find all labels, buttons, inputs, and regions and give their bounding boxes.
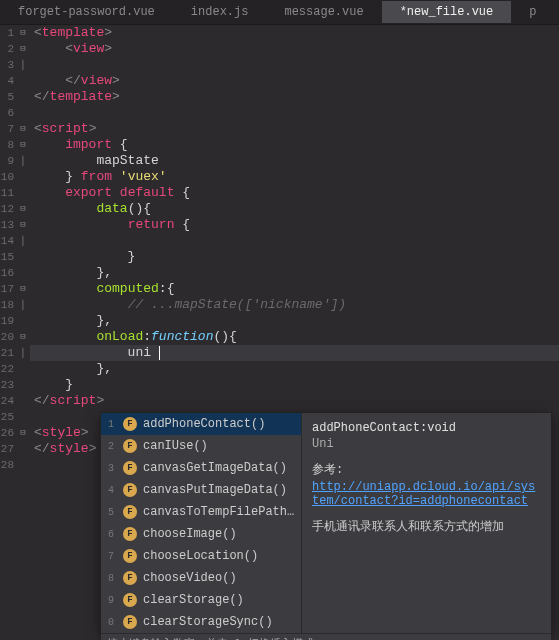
line-number: 9 xyxy=(0,153,14,169)
doc-link[interactable]: http://uniapp.dcloud.io/api/system/conta… xyxy=(312,480,541,508)
fold-marker xyxy=(16,73,30,89)
line-number: 13 xyxy=(0,217,14,233)
line-number: 5 xyxy=(0,89,14,105)
fold-marker xyxy=(16,377,30,393)
code-line[interactable]: <view> xyxy=(34,41,559,57)
fold-marker xyxy=(16,361,30,377)
line-number: 28 xyxy=(0,457,14,473)
autocomplete-item[interactable]: 9FclearStorage() xyxy=(101,589,301,611)
tab[interactable]: p xyxy=(511,1,554,23)
code-line[interactable]: export default { xyxy=(34,185,559,201)
doc-subtitle: Uni xyxy=(312,437,541,451)
code-line[interactable]: </template> xyxy=(34,89,559,105)
code-line[interactable]: }, xyxy=(34,265,559,281)
fold-marker: │ xyxy=(16,57,30,73)
fold-marker[interactable]: ⊟ xyxy=(16,121,30,137)
item-index: 2 xyxy=(105,441,117,452)
item-index: 7 xyxy=(105,551,117,562)
function-icon: F xyxy=(123,483,137,497)
code-line[interactable]: onLoad:function(){ xyxy=(34,329,559,345)
line-number: 25 xyxy=(0,409,14,425)
fold-marker[interactable]: ⊟ xyxy=(16,329,30,345)
code-line[interactable]: // ...mapState(['nickname']) xyxy=(34,297,559,313)
line-number: 20 xyxy=(0,329,14,345)
fold-marker: │ xyxy=(16,345,30,361)
doc-description: 手机通讯录联系人和联系方式的增加 xyxy=(312,518,541,535)
tab[interactable]: index.js xyxy=(173,1,267,23)
autocomplete-list: 1FaddPhoneContact()2FcanIUse()3FcanvasGe… xyxy=(101,413,301,633)
fold-marker[interactable]: ⊟ xyxy=(16,25,30,41)
fold-marker[interactable]: ⊟ xyxy=(16,425,30,441)
code-line[interactable]: import { xyxy=(34,137,559,153)
fold-marker[interactable]: ⊟ xyxy=(16,41,30,57)
code-line[interactable]: }, xyxy=(34,361,559,377)
item-index: 3 xyxy=(105,463,117,474)
item-index: 9 xyxy=(105,595,117,606)
fold-marker[interactable]: ⊟ xyxy=(16,201,30,217)
autocomplete-item[interactable]: 8FchooseVideo() xyxy=(101,567,301,589)
text-cursor xyxy=(159,346,160,360)
function-icon: F xyxy=(123,593,137,607)
code-line[interactable]: } from 'vuex' xyxy=(34,169,559,185)
tab[interactable]: forget-password.vue xyxy=(0,1,173,23)
item-index: 6 xyxy=(105,529,117,540)
item-label: clearStorageSync() xyxy=(143,615,273,629)
line-number: 11 xyxy=(0,185,14,201)
fold-marker[interactable]: ⊟ xyxy=(16,281,30,297)
doc-ref-label: 参考: xyxy=(312,461,541,478)
fold-marker xyxy=(16,457,30,473)
fold-marker xyxy=(16,441,30,457)
autocomplete-item[interactable]: 7FchooseLocation() xyxy=(101,545,301,567)
function-icon: F xyxy=(123,461,137,475)
function-icon: F xyxy=(123,571,137,585)
code-line[interactable]: </view> xyxy=(34,73,559,89)
code-line[interactable]: data(){ xyxy=(34,201,559,217)
tab[interactable]: *new_file.vue xyxy=(382,1,512,23)
code-line[interactable] xyxy=(34,233,559,249)
code-line[interactable]: <template> xyxy=(34,25,559,41)
autocomplete-item[interactable]: 4FcanvasPutImageData() xyxy=(101,479,301,501)
fold-marker[interactable]: ⊟ xyxy=(16,217,30,233)
code-line[interactable]: }, xyxy=(34,313,559,329)
fold-marker: │ xyxy=(16,297,30,313)
code-line[interactable]: } xyxy=(34,249,559,265)
item-index: 1 xyxy=(105,419,117,430)
function-icon: F xyxy=(123,615,137,629)
item-label: canvasGetImageData() xyxy=(143,461,287,475)
function-icon: F xyxy=(123,439,137,453)
line-number: 26 xyxy=(0,425,14,441)
autocomplete-item[interactable]: 0FclearStorageSync() xyxy=(101,611,301,633)
code-line[interactable]: } xyxy=(34,377,559,393)
autocomplete-item[interactable]: 5FcanvasToTempFilePath… xyxy=(101,501,301,523)
fold-marker xyxy=(16,393,30,409)
code-line[interactable]: mapState xyxy=(34,153,559,169)
code-line[interactable]: </script> xyxy=(34,393,559,409)
code-line[interactable]: return { xyxy=(34,217,559,233)
fold-marker: │ xyxy=(16,233,30,249)
fold-marker[interactable]: ⊟ xyxy=(16,137,30,153)
autocomplete-item[interactable]: 1FaddPhoneContact() xyxy=(101,413,301,435)
autocomplete-item[interactable]: 6FchooseImage() xyxy=(101,523,301,545)
line-number: 21 xyxy=(0,345,14,361)
tab[interactable]: message.vue xyxy=(266,1,381,23)
autocomplete-hint: 按小键盘输入数字，单击Alt切换插入模式 xyxy=(101,633,551,640)
function-icon: F xyxy=(123,527,137,541)
code-line[interactable]: computed:{ xyxy=(34,281,559,297)
autocomplete-item[interactable]: 3FcanvasGetImageData() xyxy=(101,457,301,479)
item-label: canvasPutImageData() xyxy=(143,483,287,497)
line-number: 4 xyxy=(0,73,14,89)
fold-marker xyxy=(16,89,30,105)
autocomplete-item[interactable]: 2FcanIUse() xyxy=(101,435,301,457)
code-line[interactable] xyxy=(34,105,559,121)
line-number: 7 xyxy=(0,121,14,137)
line-number: 23 xyxy=(0,377,14,393)
code-line[interactable]: <script> xyxy=(34,121,559,137)
fold-marker xyxy=(16,265,30,281)
code-line[interactable]: uni xyxy=(34,345,559,361)
item-label: chooseLocation() xyxy=(143,549,258,563)
fold-marker xyxy=(16,169,30,185)
line-number: 18 xyxy=(0,297,14,313)
autocomplete-doc: addPhoneContact:void Uni 参考: http://unia… xyxy=(301,413,551,633)
fold-marker xyxy=(16,185,30,201)
code-line[interactable] xyxy=(34,57,559,73)
